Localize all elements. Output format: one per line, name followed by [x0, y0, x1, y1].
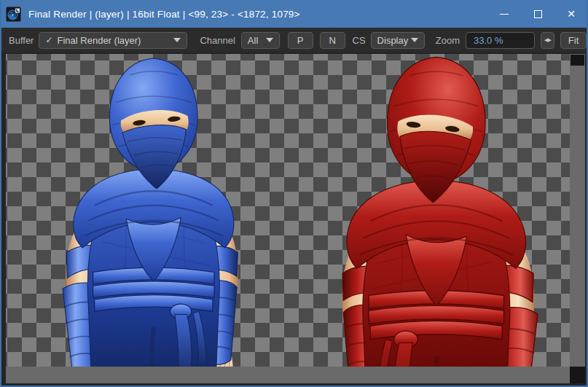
minimize-button[interactable]	[487, 0, 521, 28]
minimize-icon	[500, 14, 509, 15]
channel-label: Channel	[200, 35, 235, 46]
cs-label: CS	[353, 35, 366, 46]
chevron-down-icon	[173, 38, 181, 42]
channel-value: All	[248, 35, 258, 46]
buffer-label: Buffer	[9, 35, 34, 46]
triangle-right-icon: ▶	[547, 37, 550, 43]
image-viewer-window: Final Render | (layer) | 16bit Float | <…	[0, 0, 588, 387]
viewport	[1, 52, 587, 386]
buffer-value: Final Render (layer)	[58, 35, 141, 46]
display-value: Display	[377, 35, 409, 46]
horizontal-scrollbar[interactable]	[6, 367, 570, 383]
display-dropdown[interactable]: Display	[371, 32, 425, 49]
p-button[interactable]: P	[288, 32, 313, 49]
window-title: Final Render | (layer) | 16bit Float | <…	[28, 9, 300, 20]
app-icon	[6, 7, 21, 22]
zoom-label: Zoom	[436, 35, 460, 46]
titlebar[interactable]: Final Render | (layer) | 16bit Float | <…	[0, 0, 588, 28]
close-button[interactable]: ✕	[554, 0, 588, 28]
maximize-button[interactable]	[521, 0, 554, 28]
n-button[interactable]: N	[320, 32, 345, 49]
chevron-down-icon	[266, 38, 273, 42]
window-controls: ✕	[487, 0, 588, 28]
toolbar: Buffer ✓ Final Render (layer) Channel Al…	[1, 28, 587, 52]
render-image	[6, 54, 570, 367]
vertical-scrollbar[interactable]	[570, 54, 585, 367]
zoom-value-field[interactable]: 33.0 %	[466, 32, 535, 49]
close-icon: ✕	[567, 9, 576, 19]
vertical-scrollbar-thumb[interactable]	[571, 55, 584, 66]
scrollbar-corner	[570, 367, 585, 383]
buffer-dropdown[interactable]: ✓ Final Render (layer)	[39, 32, 187, 49]
fit-button[interactable]: Fit	[560, 32, 587, 49]
app-icon-graphic	[6, 7, 21, 22]
zoom-step-button[interactable]: ◀▶	[541, 32, 554, 49]
channel-dropdown[interactable]: All	[241, 32, 280, 49]
check-icon: ✓	[45, 35, 52, 45]
maximize-icon	[534, 10, 542, 18]
chevron-down-icon	[411, 38, 418, 42]
render-canvas[interactable]	[6, 54, 570, 367]
